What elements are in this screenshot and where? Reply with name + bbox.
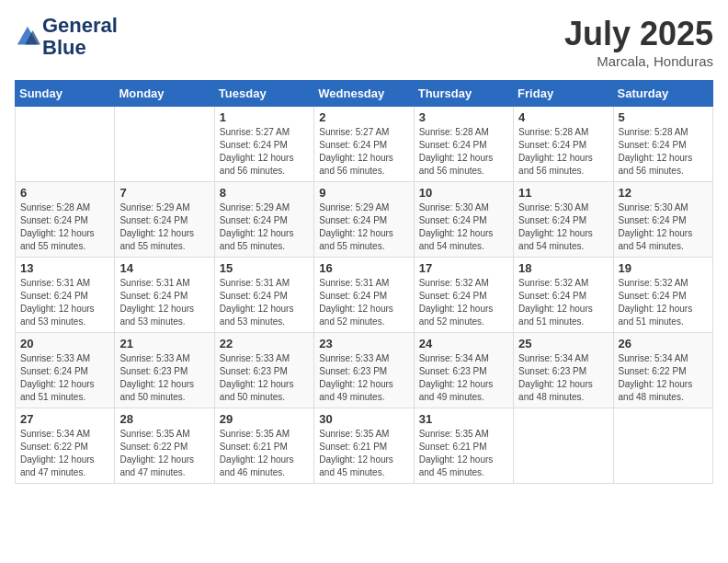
day-number: 9 bbox=[319, 186, 408, 200]
day-number: 30 bbox=[319, 412, 408, 426]
day-cell: 23Sunrise: 5:33 AM Sunset: 6:23 PM Dayli… bbox=[314, 333, 414, 408]
day-info: Sunrise: 5:29 AM Sunset: 6:24 PM Dayligh… bbox=[119, 201, 209, 253]
day-info: Sunrise: 5:27 AM Sunset: 6:24 PM Dayligh… bbox=[319, 126, 408, 178]
page-header: General Blue July 2025 Marcala, Honduras bbox=[15, 15, 713, 69]
day-cell: 11Sunrise: 5:30 AM Sunset: 6:24 PM Dayli… bbox=[514, 182, 613, 258]
day-info: Sunrise: 5:30 AM Sunset: 6:24 PM Dayligh… bbox=[518, 201, 608, 253]
day-cell: 10Sunrise: 5:30 AM Sunset: 6:24 PM Dayli… bbox=[414, 182, 513, 258]
week-row-4: 20Sunrise: 5:33 AM Sunset: 6:24 PM Dayli… bbox=[16, 333, 713, 408]
day-info: Sunrise: 5:34 AM Sunset: 6:22 PM Dayligh… bbox=[619, 352, 708, 404]
day-cell: 2Sunrise: 5:27 AM Sunset: 6:24 PM Daylig… bbox=[314, 107, 414, 182]
day-info: Sunrise: 5:34 AM Sunset: 6:23 PM Dayligh… bbox=[518, 352, 608, 404]
day-cell: 13Sunrise: 5:31 AM Sunset: 6:24 PM Dayli… bbox=[16, 258, 115, 333]
day-info: Sunrise: 5:33 AM Sunset: 6:23 PM Dayligh… bbox=[119, 352, 209, 404]
day-info: Sunrise: 5:28 AM Sunset: 6:24 PM Dayligh… bbox=[518, 126, 608, 178]
day-cell bbox=[613, 408, 712, 484]
day-cell: 8Sunrise: 5:29 AM Sunset: 6:24 PM Daylig… bbox=[214, 182, 313, 258]
day-cell: 4Sunrise: 5:28 AM Sunset: 6:24 PM Daylig… bbox=[514, 107, 613, 182]
logo-text-general: General bbox=[42, 15, 118, 37]
day-number: 8 bbox=[220, 186, 309, 200]
weekday-header-monday: Monday bbox=[115, 81, 214, 107]
day-info: Sunrise: 5:35 AM Sunset: 6:21 PM Dayligh… bbox=[319, 428, 408, 479]
day-info: Sunrise: 5:35 AM Sunset: 6:21 PM Dayligh… bbox=[220, 428, 309, 479]
day-number: 13 bbox=[20, 261, 109, 275]
title-area: July 2025 Marcala, Honduras bbox=[564, 15, 713, 69]
day-info: Sunrise: 5:33 AM Sunset: 6:23 PM Dayligh… bbox=[319, 352, 408, 404]
day-cell: 25Sunrise: 5:34 AM Sunset: 6:23 PM Dayli… bbox=[514, 333, 613, 408]
day-number: 26 bbox=[619, 337, 708, 350]
day-cell: 16Sunrise: 5:31 AM Sunset: 6:24 PM Dayli… bbox=[314, 258, 414, 333]
location-subtitle: Marcala, Honduras bbox=[564, 53, 713, 69]
logo-icon bbox=[15, 24, 40, 50]
logo-text-blue: Blue bbox=[42, 37, 118, 59]
day-cell: 15Sunrise: 5:31 AM Sunset: 6:24 PM Dayli… bbox=[214, 258, 313, 333]
day-cell: 31Sunrise: 5:35 AM Sunset: 6:21 PM Dayli… bbox=[414, 408, 513, 484]
week-row-1: 1Sunrise: 5:27 AM Sunset: 6:24 PM Daylig… bbox=[16, 107, 713, 182]
day-info: Sunrise: 5:35 AM Sunset: 6:21 PM Dayligh… bbox=[419, 428, 508, 479]
day-info: Sunrise: 5:33 AM Sunset: 6:23 PM Dayligh… bbox=[220, 352, 309, 404]
day-number: 2 bbox=[319, 110, 408, 124]
day-number: 18 bbox=[518, 261, 608, 275]
month-title: July 2025 bbox=[564, 15, 713, 53]
weekday-header-saturday: Saturday bbox=[613, 81, 712, 107]
day-number: 22 bbox=[220, 337, 309, 350]
day-cell: 18Sunrise: 5:32 AM Sunset: 6:24 PM Dayli… bbox=[514, 258, 613, 333]
weekday-header-thursday: Thursday bbox=[414, 81, 513, 107]
day-number: 16 bbox=[319, 261, 408, 275]
day-info: Sunrise: 5:30 AM Sunset: 6:24 PM Dayligh… bbox=[419, 201, 508, 253]
day-info: Sunrise: 5:31 AM Sunset: 6:24 PM Dayligh… bbox=[319, 277, 408, 328]
week-row-5: 27Sunrise: 5:34 AM Sunset: 6:22 PM Dayli… bbox=[16, 408, 713, 484]
day-number: 21 bbox=[119, 337, 209, 350]
weekday-header-sunday: Sunday bbox=[16, 81, 115, 107]
day-number: 31 bbox=[419, 412, 508, 426]
day-info: Sunrise: 5:28 AM Sunset: 6:24 PM Dayligh… bbox=[619, 126, 708, 178]
day-info: Sunrise: 5:31 AM Sunset: 6:24 PM Dayligh… bbox=[220, 277, 309, 328]
weekday-header-wednesday: Wednesday bbox=[314, 81, 414, 107]
day-cell bbox=[514, 408, 613, 484]
day-number: 23 bbox=[319, 337, 408, 350]
day-info: Sunrise: 5:27 AM Sunset: 6:24 PM Dayligh… bbox=[220, 126, 309, 178]
day-cell bbox=[115, 107, 214, 182]
day-cell: 26Sunrise: 5:34 AM Sunset: 6:22 PM Dayli… bbox=[613, 333, 712, 408]
day-cell: 20Sunrise: 5:33 AM Sunset: 6:24 PM Dayli… bbox=[16, 333, 115, 408]
day-cell: 28Sunrise: 5:35 AM Sunset: 6:22 PM Dayli… bbox=[115, 408, 214, 484]
day-number: 12 bbox=[619, 186, 708, 200]
day-cell: 9Sunrise: 5:29 AM Sunset: 6:24 PM Daylig… bbox=[314, 182, 414, 258]
day-cell: 6Sunrise: 5:28 AM Sunset: 6:24 PM Daylig… bbox=[16, 182, 115, 258]
week-row-3: 13Sunrise: 5:31 AM Sunset: 6:24 PM Dayli… bbox=[16, 258, 713, 333]
day-cell: 27Sunrise: 5:34 AM Sunset: 6:22 PM Dayli… bbox=[16, 408, 115, 484]
day-number: 10 bbox=[419, 186, 508, 200]
day-number: 11 bbox=[518, 186, 608, 200]
day-number: 5 bbox=[619, 110, 708, 124]
week-row-2: 6Sunrise: 5:28 AM Sunset: 6:24 PM Daylig… bbox=[16, 182, 713, 258]
day-cell: 3Sunrise: 5:28 AM Sunset: 6:24 PM Daylig… bbox=[414, 107, 513, 182]
day-cell bbox=[16, 107, 115, 182]
day-number: 14 bbox=[119, 261, 209, 275]
day-info: Sunrise: 5:32 AM Sunset: 6:24 PM Dayligh… bbox=[518, 277, 608, 328]
day-cell: 12Sunrise: 5:30 AM Sunset: 6:24 PM Dayli… bbox=[613, 182, 712, 258]
weekday-header-tuesday: Tuesday bbox=[214, 81, 313, 107]
day-info: Sunrise: 5:28 AM Sunset: 6:24 PM Dayligh… bbox=[419, 126, 508, 178]
day-info: Sunrise: 5:29 AM Sunset: 6:24 PM Dayligh… bbox=[220, 201, 309, 253]
day-cell: 19Sunrise: 5:32 AM Sunset: 6:24 PM Dayli… bbox=[613, 258, 712, 333]
day-number: 28 bbox=[119, 412, 209, 426]
weekday-header-friday: Friday bbox=[514, 81, 613, 107]
day-number: 17 bbox=[419, 261, 508, 275]
day-info: Sunrise: 5:29 AM Sunset: 6:24 PM Dayligh… bbox=[319, 201, 408, 253]
day-number: 25 bbox=[518, 337, 608, 350]
day-info: Sunrise: 5:32 AM Sunset: 6:24 PM Dayligh… bbox=[419, 277, 508, 328]
day-number: 1 bbox=[220, 110, 309, 124]
day-info: Sunrise: 5:34 AM Sunset: 6:23 PM Dayligh… bbox=[419, 352, 508, 404]
weekday-header-row: SundayMondayTuesdayWednesdayThursdayFrid… bbox=[16, 81, 713, 107]
logo: General Blue bbox=[15, 15, 118, 59]
day-info: Sunrise: 5:30 AM Sunset: 6:24 PM Dayligh… bbox=[619, 201, 708, 253]
day-cell: 17Sunrise: 5:32 AM Sunset: 6:24 PM Dayli… bbox=[414, 258, 513, 333]
day-info: Sunrise: 5:32 AM Sunset: 6:24 PM Dayligh… bbox=[619, 277, 708, 328]
day-cell: 24Sunrise: 5:34 AM Sunset: 6:23 PM Dayli… bbox=[414, 333, 513, 408]
day-cell: 30Sunrise: 5:35 AM Sunset: 6:21 PM Dayli… bbox=[314, 408, 414, 484]
day-cell: 22Sunrise: 5:33 AM Sunset: 6:23 PM Dayli… bbox=[214, 333, 313, 408]
day-cell: 1Sunrise: 5:27 AM Sunset: 6:24 PM Daylig… bbox=[214, 107, 313, 182]
day-number: 15 bbox=[220, 261, 309, 275]
day-cell: 21Sunrise: 5:33 AM Sunset: 6:23 PM Dayli… bbox=[115, 333, 214, 408]
calendar-table: SundayMondayTuesdayWednesdayThursdayFrid… bbox=[15, 80, 713, 484]
